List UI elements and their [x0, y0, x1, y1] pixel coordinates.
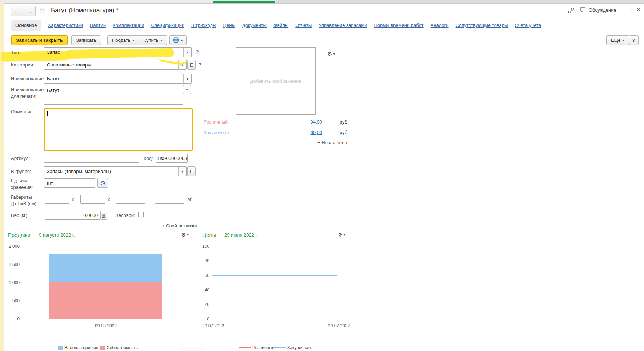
add-new-price-link[interactable]: + Новая цена: [317, 140, 347, 145]
save-and-close-button[interactable]: Записать и закрыть: [11, 35, 68, 45]
prices-chart-settings-button[interactable]: ⚙ ▾: [338, 231, 345, 238]
tab-scheta-ucheta[interactable]: Счета учета: [515, 23, 541, 28]
back-arrow-icon: ←: [14, 8, 20, 14]
comment-bubble-icon: [579, 6, 586, 13]
tab-fajly[interactable]: Файлы: [273, 23, 288, 28]
dimensions-x-separator: x: [72, 197, 74, 202]
category-open-button[interactable]: [187, 60, 196, 70]
add-custom-attribute-link[interactable]: + Свой реквизит: [162, 223, 198, 229]
print-name-dropdown-button[interactable]: ▾: [183, 85, 191, 94]
tab-separator: [63, 0, 63, 3]
tab-separator: [16, 0, 16, 3]
product-image-dropzone[interactable]: Добавить изображение: [236, 47, 316, 115]
prices-xlabel-left: 29.07.2022: [202, 323, 224, 328]
tab-shtrihkody[interactable]: Штрихкоды: [191, 23, 216, 28]
active-browser-tab-indicator: [213, 1, 275, 3]
sales-ytick: 0: [5, 316, 20, 322]
code-field[interactable]: НФ-00000003: [156, 154, 188, 163]
retail-price-value[interactable]: 84,00: [298, 119, 322, 125]
dimensions-x-separator: x: [108, 197, 110, 202]
calculator-button[interactable]: ▦: [100, 211, 107, 220]
copy-link-icon[interactable]: [567, 7, 575, 14]
tab-strip-filler: [276, 0, 644, 3]
name-label: Наименование:: [11, 76, 45, 81]
type-help-icon[interactable]: ?: [196, 49, 199, 55]
sku-field[interactable]: [44, 154, 139, 163]
description-textarea[interactable]: [44, 108, 193, 151]
close-window-button[interactable]: ✕: [637, 7, 640, 12]
more-actions-button[interactable]: Еще ▾: [606, 35, 629, 45]
weight-field[interactable]: 0,0000: [45, 211, 100, 220]
prices-ytick: 20: [199, 302, 209, 307]
prices-chart-date-link[interactable]: 29 июля 2022 г.: [224, 232, 258, 238]
purchase-currency: руб.: [340, 130, 349, 135]
sales-chart-date-link[interactable]: 9 августа 2022 г.: [39, 232, 75, 238]
help-button[interactable]: ?: [629, 35, 639, 45]
bar-segment-cost: [49, 282, 162, 319]
description-label: Описание:: [11, 109, 34, 114]
retail-price-link[interactable]: 84,00: [310, 119, 322, 125]
dimensions-equals: =: [151, 197, 153, 202]
forward-button[interactable]: →: [23, 6, 36, 16]
legend-label: Себестоимость: [107, 345, 138, 350]
print-button[interactable]: ▾: [169, 35, 187, 45]
purchase-price-link[interactable]: 60,00: [310, 130, 322, 135]
tab-dokumenty[interactable]: Документы: [242, 23, 267, 28]
buy-button[interactable]: Купить ▾: [139, 35, 167, 45]
help-label: ?: [632, 37, 635, 43]
save-and-close-label: Записать и закрыть: [16, 37, 63, 43]
prices-legend-item-purchase: Закупочная: [273, 345, 311, 350]
tab-soputstvuyushchie[interactable]: Сопутствующие товары: [456, 23, 508, 28]
print-name-field[interactable]: Батут: [44, 85, 183, 105]
weight-value: 0,0000: [81, 213, 100, 218]
category-help-icon[interactable]: ?: [199, 62, 202, 68]
group-open-button[interactable]: [187, 166, 196, 176]
sell-button[interactable]: Продать ▾: [107, 35, 139, 45]
chevron-down-icon: ▾: [187, 51, 188, 54]
code-value: НФ-00000003: [156, 156, 187, 161]
sales-legend-item-gross: Валовая прибыль: [58, 345, 101, 350]
dimension-volume-field[interactable]: [155, 195, 184, 204]
tab-separator: [170, 0, 170, 3]
tab-partii[interactable]: Партии: [90, 23, 106, 28]
dropdown-icon[interactable]: ▾: [178, 167, 186, 176]
unit-field[interactable]: шт: [44, 178, 95, 188]
back-button[interactable]: ←: [11, 6, 23, 16]
tab-separator: [103, 0, 103, 3]
legend-label: Закупочная: [287, 345, 311, 350]
more-menu-dots-icon[interactable]: ⋮: [628, 6, 634, 13]
sku-label: Артикул:: [11, 156, 30, 161]
discussion-button[interactable]: Обсуждение: [579, 6, 616, 13]
sales-chart-settings-button[interactable]: ⚙ ▾: [181, 231, 189, 238]
chevron-down-icon: ▾: [344, 233, 345, 237]
tab-analogi[interactable]: Аналоги: [431, 23, 449, 28]
favorite-star-icon[interactable]: ☆: [39, 7, 45, 14]
clipped-bottom-button[interactable]: [179, 347, 203, 351]
unit-history-button[interactable]: [97, 178, 108, 188]
dimension-width-field[interactable]: [80, 195, 105, 204]
image-settings-button[interactable]: ⚙ ▾: [327, 51, 335, 57]
weighted-checkbox[interactable]: [138, 212, 144, 217]
tab-komplektacii[interactable]: Комплектации: [113, 23, 144, 28]
legend-swatch-blue: [58, 346, 63, 350]
legend-swatch-pink: [100, 346, 105, 350]
prices-ytick: 60: [199, 273, 209, 278]
tab-specifikacii[interactable]: Спецификации: [151, 23, 184, 28]
tab-ceny[interactable]: Цены: [223, 23, 235, 28]
purchase-price-value[interactable]: 60,00: [298, 130, 322, 135]
name-field[interactable]: Батут ▾: [44, 74, 192, 84]
tab-normy-vremeni-rabot[interactable]: Нормы времени работ: [374, 23, 423, 28]
buy-label: Купить: [143, 37, 158, 43]
tab-otchety[interactable]: Отчеты: [295, 23, 312, 28]
tab-harakteristiki[interactable]: Характеристики: [48, 23, 83, 28]
category-label: Категория:: [11, 62, 34, 68]
group-field[interactable]: Запасы (товары, материалы) ▾: [44, 166, 187, 176]
tab-osnovnoe[interactable]: Основное: [11, 20, 41, 31]
open-in-new-icon: [190, 170, 193, 173]
dropdown-icon[interactable]: ▾: [183, 74, 191, 83]
save-button[interactable]: Записать: [71, 35, 101, 45]
tab-upravlenie-zapasami[interactable]: Управление запасами: [319, 23, 367, 28]
dropdown-icon[interactable]: ▾: [183, 48, 191, 57]
dimension-length-field[interactable]: [45, 195, 69, 204]
dimension-height-field[interactable]: [116, 195, 145, 204]
